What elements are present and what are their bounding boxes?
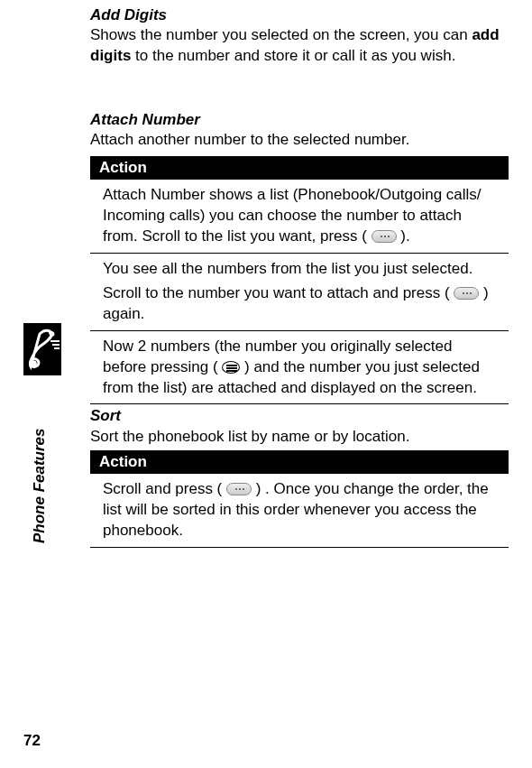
section-add-digits: Add Digits Shows the number you selected… xyxy=(90,5,509,67)
action-header: Action xyxy=(90,450,509,474)
section-sort: Sort Sort the phonebook list by name or … xyxy=(90,406,509,548)
add-digits-title: Add Digits xyxy=(90,5,509,25)
text: Scroll to the number you want to attach … xyxy=(103,284,454,301)
section-attach-number: Attach Number Attach another number to t… xyxy=(90,110,509,404)
sort-title: Sort xyxy=(90,406,509,426)
side-tab: Phone Features xyxy=(23,323,61,543)
phone-handset-icon xyxy=(23,323,61,375)
action-row: Scroll and press ( ) . Once you change t… xyxy=(90,474,509,548)
ok-key-icon xyxy=(371,230,397,243)
text: ). xyxy=(400,227,409,245)
text: Scroll and press ( xyxy=(103,480,226,497)
add-digits-body: Shows the number you selected on the scr… xyxy=(90,25,509,67)
attach-number-title: Attach Number xyxy=(90,110,509,130)
manual-page: Phone Features Add Digits Shows the numb… xyxy=(0,0,532,768)
text: to the number and store it or call it as… xyxy=(131,47,455,64)
action-row: Now 2 numbers (the number you originally… xyxy=(90,331,509,405)
action-row: Attach Number shows a list (Phonebook/Ou… xyxy=(90,180,509,254)
text: Shows the number you selected on the scr… xyxy=(90,26,472,43)
ok-key-icon xyxy=(454,287,479,300)
side-tab-icon-box xyxy=(23,323,61,375)
sort-intro: Sort the phonebook list by name or by lo… xyxy=(90,427,509,448)
ok-key-icon xyxy=(226,483,252,495)
attach-number-intro: Attach another number to the selected nu… xyxy=(90,130,509,151)
text: Attach Number shows a list (Phonebook/Ou… xyxy=(103,186,482,245)
menu-key-icon xyxy=(222,361,240,374)
side-tab-label-text: Phone Features xyxy=(31,505,49,543)
action-row: Scroll to the number you want to attach … xyxy=(90,282,509,331)
page-number: 72 xyxy=(23,732,41,750)
action-row: You see all the numbers from the list yo… xyxy=(90,254,509,282)
text: You see all the numbers from the list yo… xyxy=(103,260,472,277)
side-tab-label: Phone Features xyxy=(23,375,61,543)
action-header: Action xyxy=(90,156,509,180)
